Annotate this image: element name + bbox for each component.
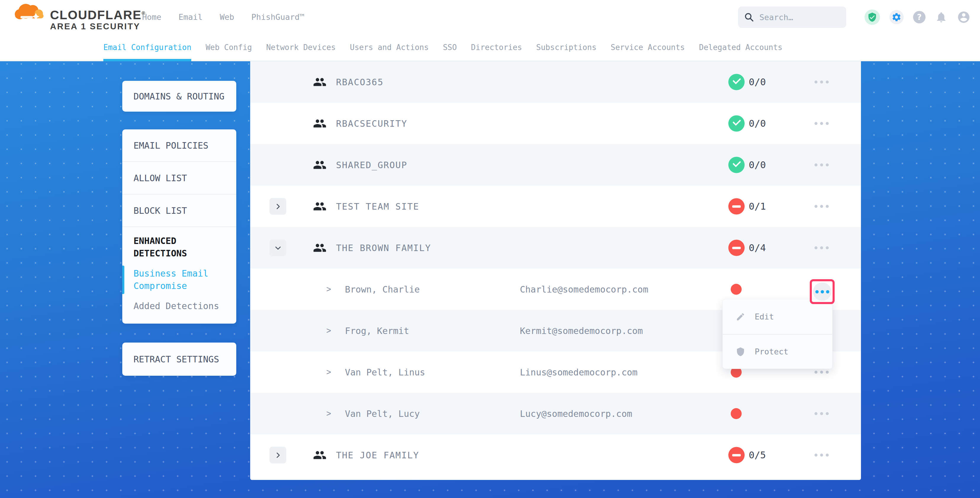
sidebar-item-email-policies[interactable]: EMAIL POLICIES <box>122 129 236 162</box>
sidebar-item-retract-settings[interactable]: RETRACT SETTINGS <box>122 342 236 376</box>
table-row-group: SHARED_GROUP 0/0 <box>250 144 861 186</box>
sidebar-label: ALLOW LIST <box>134 173 187 183</box>
row-actions-button[interactable] <box>811 450 832 460</box>
expand-user-button[interactable]: > <box>326 368 331 377</box>
expand-user-button[interactable]: > <box>326 409 331 418</box>
search-box[interactable] <box>738 6 846 28</box>
user-email: Charlie@somedemocorp.com <box>520 284 648 294</box>
status-protected-icon <box>728 157 745 173</box>
expand-row-button[interactable] <box>269 447 286 464</box>
row-actions-button[interactable] <box>811 368 832 377</box>
tab-users-and-actions[interactable]: Users and Actions <box>350 34 429 61</box>
status-unprotected-icon <box>728 198 745 215</box>
row-actions-button-active[interactable] <box>813 282 831 301</box>
sidebar-item-domains-routing[interactable]: DOMAINS & ROUTING <box>122 81 236 111</box>
tab-email-configuration[interactable]: Email Configuration <box>103 34 191 61</box>
row-actions-button[interactable] <box>811 78 832 86</box>
user-name: Frog, Kermit <box>345 326 409 336</box>
sidebar-policies-card: EMAIL POLICIES ALLOW LIST BLOCK LIST ENH… <box>122 129 236 324</box>
shield-icon <box>736 347 745 356</box>
group-icon <box>313 117 326 130</box>
status-unprotected-dot <box>731 284 742 295</box>
row-actions-menu: Edit Protect <box>722 299 832 369</box>
brand-text: CLOUDFLARE® AREA 1 SECURITY <box>50 7 146 31</box>
brand-name: CLOUDFLARE® <box>50 7 146 21</box>
cloudflare-cloud-icon <box>13 1 46 30</box>
member-count: 0/0 <box>749 76 766 88</box>
primary-nav: Home Email Web PhishGuard™ <box>142 0 304 34</box>
sidebar-label: DOMAINS & ROUTING <box>134 91 224 102</box>
table-row-group: TEST TEAM SITE 0/1 <box>250 186 861 227</box>
row-actions-button[interactable] <box>811 202 832 211</box>
sidebar-label: EMAIL POLICIES <box>134 140 208 151</box>
chevron-right-icon <box>274 451 282 459</box>
expand-row-button[interactable] <box>269 198 286 215</box>
group-icon <box>313 448 326 462</box>
nav-item-web[interactable]: Web <box>220 13 234 22</box>
section-tabbar: Email Configuration Web Config Network D… <box>0 34 980 61</box>
cloudflare-logo[interactable]: CLOUDFLARE® AREA 1 SECURITY <box>13 1 146 31</box>
chevron-right-icon <box>274 202 282 210</box>
sidebar-item-block-list[interactable]: BLOCK LIST <box>122 194 236 227</box>
collapse-row-button[interactable] <box>269 240 286 256</box>
status-protected-icon <box>728 74 745 90</box>
tab-web-config[interactable]: Web Config <box>205 34 252 61</box>
notifications-button[interactable] <box>935 11 947 23</box>
brand-subtitle: AREA 1 SECURITY <box>50 21 146 31</box>
menu-item-label: Edit <box>755 312 774 321</box>
tab-sso[interactable]: SSO <box>443 34 457 61</box>
tab-subscriptions[interactable]: Subscriptions <box>536 34 597 61</box>
nav-item-email[interactable]: Email <box>178 13 202 22</box>
status-unprotected-icon <box>728 240 745 256</box>
menu-item-protect[interactable]: Protect <box>723 334 832 369</box>
account-button[interactable] <box>957 10 970 24</box>
protection-status-button[interactable] <box>864 10 880 25</box>
sidebar-label: BLOCK LIST <box>134 205 187 216</box>
active-accent-bar <box>122 266 124 294</box>
tab-network-devices[interactable]: Network Devices <box>266 34 336 61</box>
group-icon <box>313 75 326 89</box>
row-actions-button[interactable] <box>811 161 832 169</box>
member-count: 0/5 <box>749 449 766 461</box>
user-email: Kermit@somedemocorp.com <box>520 326 643 336</box>
user-name: Van Pelt, Linus <box>345 367 425 377</box>
group-name: RBACSECURITY <box>336 118 407 129</box>
row-actions-button[interactable] <box>811 409 832 418</box>
menu-item-edit[interactable]: Edit <box>723 299 832 334</box>
table-row-user: > Van Pelt, Lucy Lucy@somedemocorp.com <box>250 393 861 434</box>
directory-table-panel: RBACO365 0/0 RBACSECURITY 0/0 SHARED_GRO… <box>250 61 861 480</box>
status-unprotected-dot <box>731 408 742 419</box>
tab-directories[interactable]: Directories <box>471 34 522 61</box>
table-row-group: THE BROWN FAMILY 0/4 <box>250 227 861 269</box>
expand-user-button[interactable]: > <box>326 326 331 336</box>
expand-user-button[interactable]: > <box>326 285 331 294</box>
nav-item-home[interactable]: Home <box>142 13 161 22</box>
tab-delegated-accounts[interactable]: Delegated Accounts <box>699 34 783 61</box>
menu-item-label: Protect <box>755 347 788 356</box>
table-row-group: RBACSECURITY 0/0 <box>250 103 861 144</box>
group-name: RBACO365 <box>336 77 384 88</box>
row-actions-button[interactable] <box>811 243 832 252</box>
search-input[interactable] <box>759 13 837 22</box>
settings-button[interactable] <box>889 10 904 24</box>
member-count: 0/0 <box>749 118 766 129</box>
user-name: Brown, Charlie <box>345 284 420 294</box>
member-count: 0/1 <box>749 201 766 212</box>
sidebar-item-enhanced-detections[interactable]: ENHANCED DETECTIONS <box>134 235 228 260</box>
top-header: CLOUDFLARE® AREA 1 SECURITY Home Email W… <box>0 0 980 34</box>
user-email: Linus@somedemocorp.com <box>520 367 638 377</box>
help-button[interactable]: ? <box>913 11 926 23</box>
sidebar-item-added-detections[interactable]: Added Detections <box>134 300 228 312</box>
help-icon: ? <box>913 11 926 23</box>
pencil-icon <box>736 312 745 321</box>
tab-service-accounts[interactable]: Service Accounts <box>611 34 685 61</box>
nav-item-phishguard[interactable]: PhishGuard™ <box>251 13 304 22</box>
search-icon <box>744 12 754 22</box>
sidebar-item-business-email-compromise[interactable]: Business Email Compromise <box>134 267 228 292</box>
status-protected-icon <box>728 116 745 132</box>
chevron-down-icon <box>274 244 282 252</box>
sidebar-label: RETRACT SETTINGS <box>134 354 219 364</box>
member-count: 0/0 <box>749 159 766 170</box>
row-actions-button[interactable] <box>811 119 832 128</box>
sidebar-item-allow-list[interactable]: ALLOW LIST <box>122 162 236 194</box>
